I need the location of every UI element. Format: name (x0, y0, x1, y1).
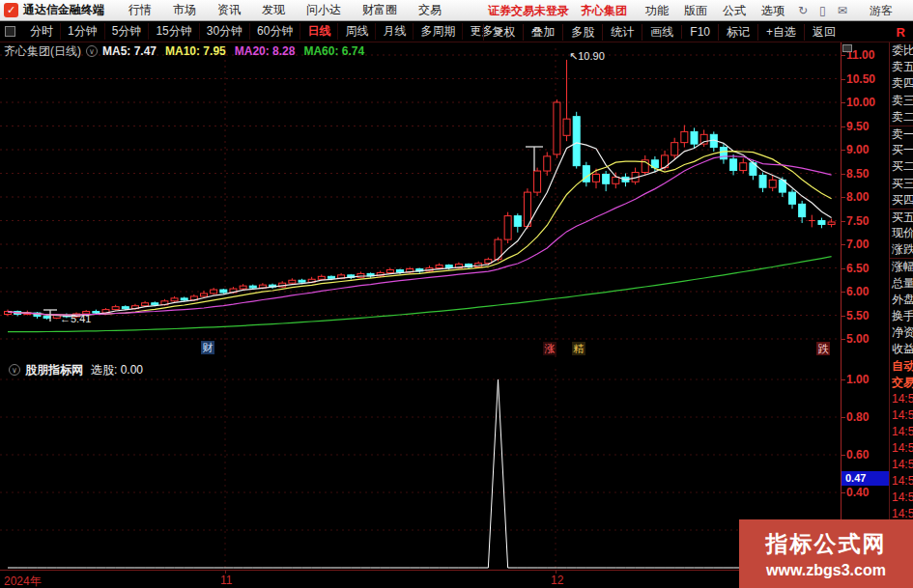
period-tab-6[interactable]: 日线 (300, 23, 338, 40)
price-axis-label: 9.50 (846, 120, 887, 133)
sidebar-row-9[interactable]: 买四 (890, 192, 913, 209)
chart-header: 齐心集团(日线) ∨ MA5: 7.47MA10: 7.95MA20: 8.28… (4, 44, 373, 58)
candlestick-chart[interactable] (0, 42, 841, 357)
indicator-collapse-chevron-icon[interactable]: ∨ (9, 364, 20, 376)
price-axis-tick (841, 268, 845, 269)
price-annotation-1: ↖10.90 (569, 50, 605, 63)
period-tab-8[interactable]: 月线 (376, 23, 414, 40)
sidebar-row-1[interactable]: 卖五 (890, 59, 913, 75)
tick-time-2: 14:56 (890, 424, 913, 440)
tool-button-3[interactable]: 统计 (602, 24, 642, 41)
tick-time-0: 14:56 (890, 391, 913, 407)
sidebar-row-10[interactable]: 买五 (890, 209, 913, 225)
sidebar-row-3[interactable]: 卖三 (890, 93, 913, 109)
tool-button-2[interactable]: 多股 (562, 24, 602, 41)
chart-title: 齐心集团(日线) (4, 43, 81, 60)
user-label[interactable]: 游客 (870, 0, 893, 21)
price-axis-tick (841, 244, 845, 245)
sidebar-row-8[interactable]: 买三 (890, 176, 913, 192)
menu-item-1[interactable]: 市场 (162, 2, 207, 18)
tick-time-1: 14:56 (890, 407, 913, 424)
sidebar-row-13[interactable]: 涨幅 (890, 258, 913, 274)
menu-item-0[interactable]: 行情 (118, 2, 162, 18)
menu-right-item-0[interactable]: 功能 (638, 3, 676, 19)
indicator-name[interactable]: 股朋指标网 (25, 362, 83, 378)
price-axis-label: 6.00 (846, 285, 887, 298)
sidebar-row-16[interactable]: 换手 (890, 308, 913, 324)
sidebar-row-4[interactable]: 卖二 (890, 109, 913, 126)
period-tab-5[interactable]: 60分钟 (250, 23, 300, 40)
mail-icon[interactable]: ✉ (832, 4, 853, 17)
event-marker-2[interactable]: 精 (572, 342, 585, 355)
sidebar-row-12[interactable]: 涨跌 (890, 241, 913, 258)
quote-sidebar[interactable]: 委比卖五卖四卖三卖二卖一买一买二买三买四买五现价涨跌涨幅总量外盘换手净资收益自动… (889, 42, 913, 588)
auto-trade-label-0[interactable]: 自动 (890, 358, 913, 375)
period-tab-9[interactable]: 多周期 (414, 23, 463, 40)
event-marker-3[interactable]: 跌 (816, 342, 830, 355)
sidebar-row-7[interactable]: 买二 (890, 158, 913, 175)
menu-item-4[interactable]: 问小达 (296, 2, 352, 18)
price-axis-label: 10.00 (846, 96, 887, 109)
price-axis-label: 7.50 (846, 214, 887, 228)
panel-toggle-icon[interactable] (842, 44, 852, 52)
sidebar-row-15[interactable]: 外盘 (890, 292, 913, 308)
period-tab-0[interactable]: 分时 (23, 23, 61, 40)
menu-item-6[interactable]: 交易 (408, 2, 452, 18)
indicator-header: ∨ 股朋指标网 选股: 0.00 (4, 363, 143, 377)
indicator-axis-highlight: 0.47 (842, 471, 889, 486)
price-axis-label: 11.00 (846, 48, 887, 62)
sidebar-row-6[interactable]: 买一 (890, 142, 913, 158)
sidebar-row-14[interactable]: 总量 (890, 275, 913, 292)
sidebar-row-5[interactable]: 卖一 (890, 126, 913, 142)
refresh-icon[interactable]: ↻ (792, 4, 813, 17)
mobile-icon[interactable]: ▯ (813, 4, 832, 17)
price-axis-label: 8.50 (846, 167, 887, 181)
tool-button-1[interactable]: 叠加 (523, 24, 562, 41)
date-axis-label-2: 12 (551, 574, 563, 587)
tool-button-6[interactable]: 标记 (718, 24, 757, 41)
tool-button-0[interactable]: 复权 (483, 24, 523, 41)
tool-button-8[interactable]: 返回 (804, 24, 843, 41)
menu-item-2[interactable]: 资讯 (207, 2, 251, 18)
current-stock-name[interactable]: 齐心集团 (581, 3, 627, 19)
period-tab-7[interactable]: 周线 (338, 23, 376, 40)
r-badge[interactable]: R (897, 21, 905, 42)
tool-button-7[interactable]: +自选 (757, 24, 804, 41)
window-layout-icon[interactable] (5, 26, 15, 37)
sidebar-row-2[interactable]: 卖四 (890, 75, 913, 92)
event-marker-1[interactable]: 涨 (543, 342, 556, 355)
tool-button-5[interactable]: F10 (681, 25, 718, 39)
price-axis-tick (841, 79, 845, 80)
menu-item-5[interactable]: 财富圈 (352, 2, 408, 18)
sidebar-row-0[interactable]: 委比 (890, 42, 913, 59)
indicator-axis-tick (841, 379, 845, 380)
indicator-value: 选股: 0.00 (91, 362, 143, 378)
price-axis-label: 10.50 (846, 72, 887, 86)
tick-time-5: 14:56 (890, 473, 913, 490)
menu-right-item-2[interactable]: 公式 (715, 3, 754, 19)
period-tab-2[interactable]: 5分钟 (105, 23, 150, 40)
sidebar-row-18[interactable]: 收益 (890, 341, 913, 357)
auto-trade-label-1[interactable]: 交易 (890, 375, 913, 391)
watermark-title: 指标公式网 (766, 529, 887, 559)
price-axis-tick (841, 174, 845, 175)
sidebar-row-17[interactable]: 净资 (890, 324, 913, 341)
date-axis-label-0: 2024年 (4, 574, 42, 588)
event-marker-0[interactable]: 财 (201, 341, 214, 354)
watermark-badge: 指标公式网 www.zbgs3.com (739, 519, 913, 588)
login-status: 证券交易未登录 齐心集团 (488, 0, 639, 21)
period-tab-1[interactable]: 1分钟 (61, 23, 105, 40)
sidebar-row-11[interactable]: 现价 (890, 225, 913, 241)
period-tab-3[interactable]: 15分钟 (149, 23, 199, 40)
tool-button-4[interactable]: 画线 (642, 24, 681, 41)
trade-login-status[interactable]: 证券交易未登录 (488, 3, 569, 19)
tdx-terminal-window: ✓ 通达信金融终端 行情市场资讯发现问小达财富圈交易 证券交易未登录 齐心集团 … (0, 0, 913, 588)
menu-right-item-3[interactable]: 选项 (754, 3, 792, 19)
indicator-chart[interactable] (0, 359, 841, 570)
price-axis-label: 9.00 (846, 143, 887, 156)
date-axis-label-1: 11 (220, 574, 232, 587)
menu-item-3[interactable]: 发现 (251, 2, 296, 18)
period-tab-4[interactable]: 30分钟 (200, 23, 250, 40)
menu-right-item-1[interactable]: 版面 (676, 3, 715, 19)
collapse-chevron-icon[interactable]: ∨ (86, 45, 98, 57)
